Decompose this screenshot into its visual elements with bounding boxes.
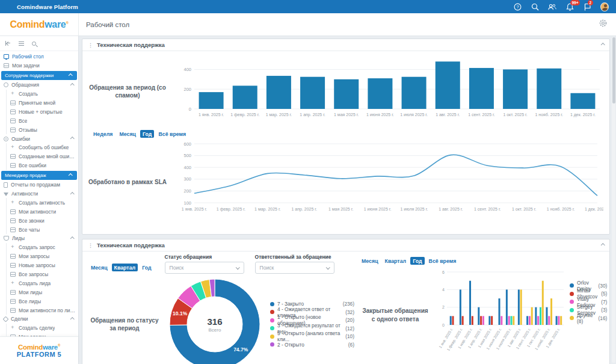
- sidebar-item[interactable]: Рабочий стол: [0, 52, 78, 61]
- sidebar-collapse-icon[interactable]: [5, 41, 11, 46]
- sidebar-item[interactable]: Отзывы: [0, 125, 78, 134]
- legend-dot: [270, 335, 274, 339]
- section-label: Сотрудник поддержки: [5, 73, 54, 78]
- sidebar-item[interactable]: Все чаты: [0, 225, 78, 234]
- chevron-up-icon: [69, 73, 72, 77]
- messages-flag-icon[interactable]: 2: [583, 2, 591, 11]
- sidebar-item[interactable]: Создать запрос: [0, 243, 78, 252]
- svg-text:1 окт. 2025 г.: 1 окт. 2025 г.: [512, 207, 536, 211]
- svg-text:1 авг. 2025 г.: 1 авг. 2025 г.: [436, 113, 460, 117]
- sidebar-item-label: Мои задачи: [12, 63, 40, 69]
- sidebar-section-header[interactable]: Сотрудник поддержки: [1, 71, 77, 80]
- sidebar-item[interactable]: Создать лида: [0, 279, 78, 288]
- svg-text:6: 6: [442, 270, 445, 274]
- period-option[interactable]: Всё время: [156, 130, 188, 138]
- nav-list-icon[interactable]: [19, 42, 24, 46]
- period-option[interactable]: Месяц: [117, 130, 138, 138]
- sidebar-item[interactable]: Созданные мной ошибки: [0, 152, 78, 161]
- sidebar-item-label: Мои активности по лидам: [19, 307, 75, 313]
- search-icon[interactable]: [531, 2, 539, 11]
- sidebar-section-header[interactable]: Менеджер продаж: [1, 171, 77, 180]
- sidebar-item[interactable]: Мои задачи: [0, 61, 78, 70]
- sidebar-item[interactable]: Сообщить об ошибке: [0, 143, 78, 152]
- period-option[interactable]: Год: [140, 264, 153, 271]
- legend-item[interactable]: 5 - Открыто (анализ ответа кли...(10): [270, 333, 354, 341]
- sla-line-chart: 1002003004005006001 янв. 2025 г.1 февр. …: [173, 139, 603, 226]
- sidebar-item[interactable]: Мои активности: [0, 207, 78, 216]
- chevron-up-icon: [70, 317, 74, 321]
- table-icon: [10, 263, 16, 268]
- status-filter-select[interactable]: Поиск: [165, 262, 244, 274]
- sidebar-item[interactable]: Новые + открытые: [0, 107, 78, 116]
- sidebar-item-label: Созданные мной ошибки: [19, 153, 75, 159]
- period-option[interactable]: Месяц: [88, 264, 110, 271]
- svg-text:1 нояб. 2025 г.: 1 нояб. 2025 г.: [535, 113, 564, 117]
- sidebar-item[interactable]: Отчеты по продажам: [0, 180, 78, 190]
- assignee-filter: Ответственный за обращение Поиск: [255, 254, 334, 274]
- legend-dot: [270, 318, 274, 322]
- section-label: Менеджер продаж: [5, 173, 46, 178]
- sidebar-item-label: Все лиды: [19, 298, 41, 304]
- sidebar-search-icon[interactable]: [32, 42, 36, 46]
- sidebar-item[interactable]: Принятые мной: [0, 99, 78, 108]
- period-option[interactable]: Квартал: [383, 257, 409, 265]
- sidebar: Рабочий столМои задачиСотрудник поддержк…: [0, 36, 79, 364]
- sidebar-item[interactable]: Новые запросы: [0, 261, 78, 270]
- period-option[interactable]: Всё время: [427, 257, 459, 265]
- sidebar-item[interactable]: Все звонки: [0, 216, 78, 225]
- sidebar-item[interactable]: Создать: [0, 90, 78, 99]
- sidebar-item[interactable]: Мои лиды: [0, 288, 78, 297]
- assignee-filter-select[interactable]: Поиск: [255, 262, 334, 274]
- users-icon[interactable]: [548, 2, 556, 11]
- sidebar-item[interactable]: Все: [0, 116, 78, 125]
- collapse-panel-icon[interactable]: [601, 43, 605, 46]
- period-option[interactable]: Неделя: [91, 130, 115, 138]
- sidebar-item[interactable]: Все ошибки: [0, 161, 78, 170]
- sidebar-item[interactable]: Мои активности по лидам: [0, 306, 78, 315]
- monitor-icon: [4, 54, 9, 59]
- drag-handle-icon[interactable]: ⋮: [88, 42, 93, 48]
- period-option[interactable]: Год: [410, 257, 424, 265]
- user-avatar[interactable]: [600, 2, 609, 11]
- comindware-logo[interactable]: Comindware®: [0, 13, 79, 35]
- sidebar-item[interactable]: Все запросы: [0, 270, 78, 279]
- period-option[interactable]: Год: [140, 130, 154, 138]
- legend-item[interactable]: 2 - Открыто(6): [270, 341, 354, 349]
- sidebar-item[interactable]: Создать активность: [0, 198, 78, 207]
- sidebar-item[interactable]: Активности: [0, 190, 78, 199]
- period-selector-closed: МесяцКварталГодВсё время: [354, 254, 612, 266]
- sidebar-item-label: Все звонки: [19, 218, 45, 224]
- table-icon: [10, 254, 16, 259]
- plus-icon: [10, 281, 16, 286]
- sidebar-item[interactable]: Лиды: [0, 234, 78, 243]
- legend-item[interactable]: Другие (8)(16): [570, 314, 607, 322]
- sidebar-item[interactable]: Все лиды: [0, 297, 78, 306]
- table-icon: [10, 110, 16, 114]
- notifications-bell-icon[interactable]: 99+: [565, 2, 574, 11]
- sidebar-item[interactable]: Сделки: [0, 315, 78, 324]
- period-option[interactable]: Месяц: [359, 257, 381, 265]
- collapse-panel-icon[interactable]: [601, 243, 605, 247]
- help-icon[interactable]: ?: [513, 2, 522, 11]
- sidebar-item-label: Мои запросы: [19, 253, 49, 259]
- plus-icon: [10, 200, 16, 205]
- sidebar-item-label: Все: [19, 118, 27, 124]
- table-icon: [10, 299, 16, 304]
- panel-title: Техническая поддержка: [97, 242, 165, 248]
- sidebar-item[interactable]: Ошибки: [0, 134, 78, 143]
- sidebar-item[interactable]: Мои сделки: [0, 333, 78, 336]
- sidebar-item[interactable]: Мои запросы: [0, 252, 78, 261]
- sidebar-item[interactable]: Создать сделку: [0, 324, 78, 333]
- legend-dot: [570, 283, 574, 288]
- panel-tech-support-2: ⋮ Техническая поддержка МесяцКварталГод …: [82, 239, 610, 364]
- chevron-down-icon: [326, 265, 330, 269]
- sidebar-item[interactable]: Обращения: [0, 81, 78, 90]
- dashboard: ⋮ Техническая поддержка Обращения за пер…: [79, 36, 616, 364]
- period-option[interactable]: Квартал: [112, 264, 138, 271]
- drag-handle-icon[interactable]: ⋮: [88, 242, 93, 248]
- status-filter: Статус обращения Поиск: [165, 254, 244, 274]
- vertical-scrollbar[interactable]: [612, 37, 615, 363]
- gear-icon[interactable]: [599, 19, 608, 30]
- sidebar-item-label: Принятые мной: [19, 100, 55, 106]
- legend-dot: [270, 310, 274, 314]
